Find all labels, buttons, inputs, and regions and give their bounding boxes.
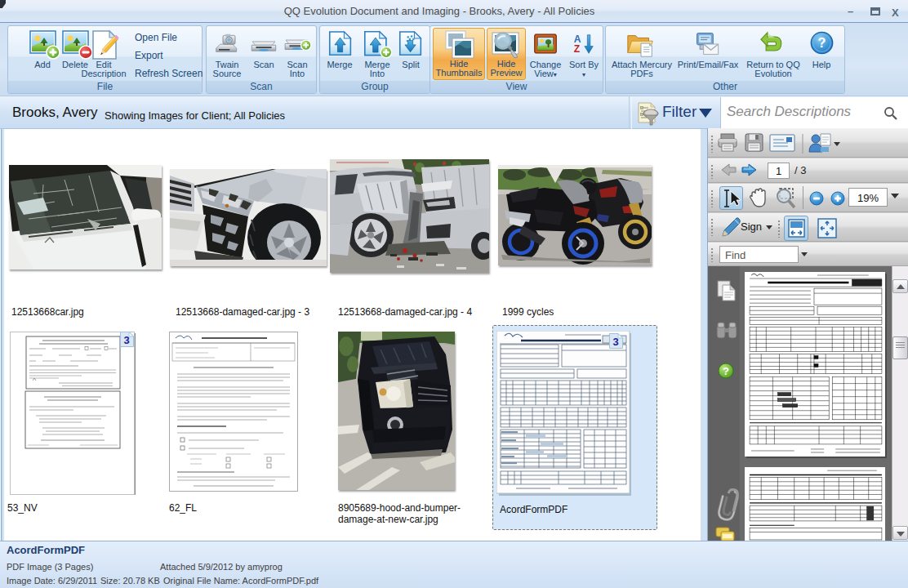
svg-text:?: ?	[723, 365, 729, 377]
svg-text:3: 3	[123, 334, 129, 346]
svg-text:Z: Z	[574, 43, 581, 55]
svg-text:?: ?	[818, 35, 826, 50]
svg-text:3: 3	[612, 336, 618, 348]
